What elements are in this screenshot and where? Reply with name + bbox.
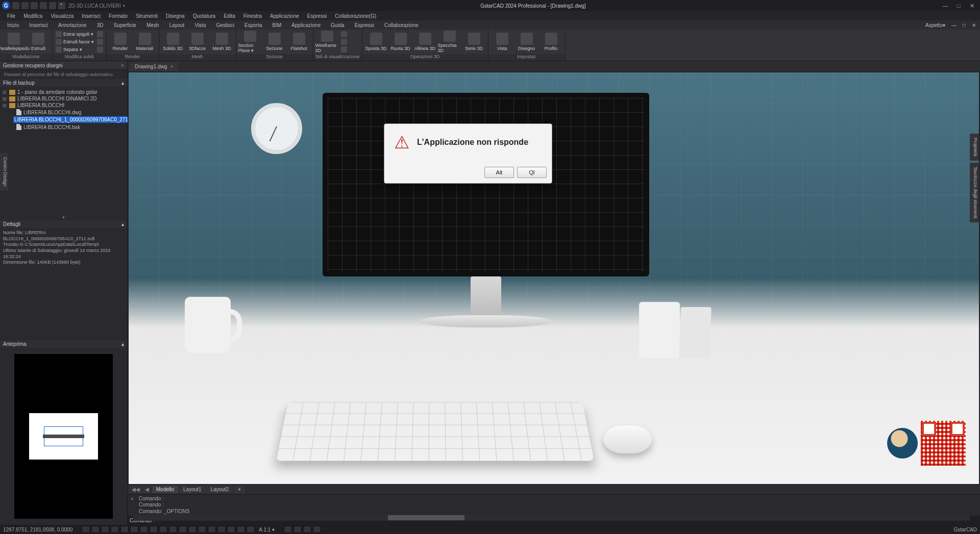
menu-disegna[interactable]: Disegna	[162, 12, 189, 20]
btn-sectionplane[interactable]: Section Plane ▾	[238, 31, 262, 53]
h-scrollbar[interactable]	[133, 515, 970, 521]
layout-nav-first[interactable]: ◀◀	[130, 486, 142, 493]
tab-inizio[interactable]: Inizio	[2, 21, 24, 30]
btn-misc-2[interactable]	[96, 38, 104, 45]
layout-tab-model[interactable]: Modello	[152, 486, 178, 493]
menu-espressi[interactable]: Espressi	[303, 12, 331, 20]
menu-quotatura[interactable]: Quotatura	[189, 12, 219, 20]
toggle-b-icon[interactable]	[293, 526, 302, 533]
btn-materiali[interactable]: Materiali	[133, 31, 157, 53]
tree-node[interactable]: LIBRERIA BLOCCHI.dwg	[2, 109, 125, 116]
menu-visualizza[interactable]: Visualizza	[46, 12, 78, 20]
menu-file[interactable]: File	[3, 12, 19, 20]
layout-nav-prev[interactable]: ◀	[143, 486, 151, 493]
toggle-extra2-icon[interactable]	[247, 526, 255, 533]
btn-estrai-spigoli[interactable]: Estrai spigoli ▾	[55, 31, 95, 38]
toggle-polar-icon[interactable]	[111, 526, 119, 533]
tab-bim[interactable]: BIM	[267, 21, 287, 30]
viewport[interactable]: ⚠︎ L'Applicazione non risponde Alt Ql Pr…	[128, 72, 979, 485]
resize-handle[interactable]: ▾	[0, 214, 127, 220]
aspetto-dropdown[interactable]: Aspetto▾	[923, 21, 947, 29]
toggle-dyn-icon[interactable]	[150, 526, 158, 533]
menu-strumenti[interactable]: Strumenti	[132, 12, 162, 20]
btn-vista[interactable]: Vista	[491, 31, 514, 53]
expand-icon[interactable]: ⊟	[2, 103, 7, 108]
btn-solido3d[interactable]: Solido 3D	[161, 31, 185, 53]
toggle-otrack-icon[interactable]	[130, 526, 138, 533]
qat-dropdown-icon[interactable]: ▾	[58, 2, 65, 9]
app-logo-icon[interactable]: G	[2, 2, 10, 10]
toggle-iso-icon[interactable]	[208, 526, 216, 533]
workspace-label[interactable]: 2D-3D LUCA OLIVIERI	[68, 3, 121, 9]
tab-annotazione[interactable]: Annotazione	[53, 21, 92, 30]
menu-edita[interactable]: Edita	[219, 12, 239, 20]
tab-espressi[interactable]: Espressi	[350, 21, 379, 30]
toggle-anno-icon[interactable]	[169, 526, 177, 533]
toggle-lock-icon[interactable]	[188, 526, 197, 533]
error-btn-1[interactable]: Alt	[484, 167, 514, 178]
layout-tab-add[interactable]: +	[234, 486, 245, 493]
minimize-button[interactable]: —	[939, 2, 951, 10]
tab-vista[interactable]: Vista	[189, 21, 211, 30]
btn-parallelepipedo[interactable]: Parallelepipedo	[2, 31, 26, 53]
tab-collaborazione[interactable]: Collaborazione	[379, 21, 424, 30]
layout-tab-2[interactable]: Layout2	[207, 486, 233, 493]
qat-undo-icon[interactable]	[40, 2, 47, 9]
tree-node-selected[interactable]: LIBRERIA BLOCCHI_1_0000026099708AC0_2711…	[2, 116, 125, 123]
btn-sposta3d[interactable]: Sposta 3D	[364, 31, 388, 53]
toggle-ortho-icon[interactable]	[101, 526, 109, 533]
tab-3d[interactable]: 3D	[92, 21, 109, 30]
btn-misc-1[interactable]	[96, 31, 104, 38]
btn-sezione[interactable]: Sezione	[263, 31, 286, 53]
toggle-sel-icon[interactable]	[217, 526, 226, 533]
vtab-proprieta[interactable]: Proprietà	[970, 134, 979, 161]
btn-render[interactable]: Render	[109, 31, 132, 53]
tab-layout[interactable]: Layout	[164, 21, 189, 30]
toggle-grid-icon[interactable]	[82, 526, 90, 533]
menu-collaborazione[interactable]: Collaborazione(G)	[331, 12, 380, 20]
ribbon-close-icon[interactable]: ✕	[970, 21, 978, 29]
btn-allinea3d[interactable]: Allinea 3D	[413, 31, 437, 53]
toggle-d-icon[interactable]	[313, 526, 321, 533]
qat-redo-icon[interactable]	[49, 2, 56, 9]
expand-icon[interactable]: ⊟	[2, 90, 7, 95]
maximize-button[interactable]: □	[952, 2, 965, 10]
toggle-extra1-icon[interactable]	[237, 526, 245, 533]
toggle-snap-icon[interactable]	[91, 526, 100, 533]
toggle-c-icon[interactable]	[303, 526, 311, 533]
doc-tab-active[interactable]: Drawing1.dwg ×	[130, 62, 178, 71]
expand-icon[interactable]: ⊟	[2, 96, 7, 101]
qat-new-icon[interactable]	[12, 2, 19, 9]
btn-estrudi-facce[interactable]: Estrudi facce ▾	[55, 38, 95, 45]
collapse-icon[interactable]: ▴	[121, 80, 124, 86]
tab-mesh[interactable]: Mesh	[141, 21, 164, 30]
menu-formato[interactable]: Formato	[105, 12, 132, 20]
btn-flatshot[interactable]: Flatshot	[287, 31, 311, 53]
toggle-lwt-icon[interactable]	[140, 526, 148, 533]
status-scale[interactable]: A 1:1 ▾	[259, 527, 275, 532]
tree-node[interactable]: ⊟LIBRERIA BLOCCHI DINAMICI 2D	[2, 95, 125, 102]
tab-gestisci[interactable]: Gestisci	[211, 21, 239, 30]
left-vertical-tab[interactable]: Centro Design	[0, 153, 8, 191]
layout-tab-1[interactable]: Layout1	[179, 486, 206, 493]
tab-inserisci[interactable]: Inserisci	[24, 21, 53, 30]
btn-mesh3d[interactable]: Mesh 3D	[210, 31, 234, 53]
menu-applicazione[interactable]: Applicazione	[266, 12, 303, 20]
btn-style-2[interactable]	[340, 38, 348, 45]
btn-3dfacce[interactable]: 3Dfacce	[186, 31, 209, 53]
tab-applicazione[interactable]: Applicazione	[286, 21, 326, 30]
tree-node[interactable]: ⊟1 - piano da arredare colorato gstar	[2, 89, 125, 95]
btn-specchia3d[interactable]: Specchia 3D	[438, 31, 461, 53]
vtab-tavolozze[interactable]: Tavolozze degli strumenti	[970, 163, 979, 222]
collapse-icon[interactable]: ▴	[121, 341, 124, 347]
toggle-qp-icon[interactable]	[227, 526, 235, 533]
tree-node[interactable]: ⊟LIBRERIA BLOCCHI	[2, 102, 125, 109]
btn-style-1[interactable]	[340, 31, 348, 38]
toggle-osnap-icon[interactable]	[120, 526, 129, 533]
btn-serie3d[interactable]: Serie 3D	[462, 31, 486, 53]
ribbon-help-icon[interactable]: □	[961, 21, 968, 29]
tab-superficie[interactable]: Superficie	[108, 21, 141, 30]
close-button[interactable]: ✕	[966, 2, 978, 10]
toggle-ws-icon[interactable]	[179, 526, 187, 533]
error-btn-2[interactable]: Ql	[517, 167, 547, 178]
